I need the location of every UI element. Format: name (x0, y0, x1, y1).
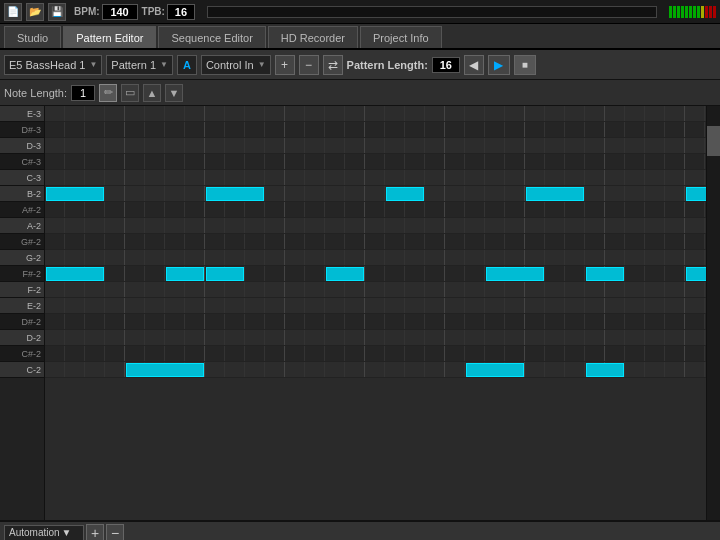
control-dropdown[interactable]: Control In ▼ (201, 55, 271, 75)
grid-cell[interactable] (625, 362, 645, 377)
grid-cell[interactable] (65, 362, 85, 377)
grid-cell[interactable] (565, 218, 585, 233)
grid-cell[interactable] (165, 330, 185, 345)
grid-cell[interactable] (145, 122, 165, 137)
grid-cell[interactable] (105, 186, 125, 201)
piano-key-E-3[interactable]: E-3 (0, 106, 44, 122)
grid-row[interactable] (45, 218, 706, 234)
grid-cell[interactable] (705, 234, 706, 249)
grid-cell[interactable] (285, 154, 305, 169)
grid-cell[interactable] (285, 250, 305, 265)
grid-cell[interactable] (545, 170, 565, 185)
automation-dropdown[interactable]: Automation ▼ (4, 525, 84, 541)
grid-cell[interactable] (145, 170, 165, 185)
grid-cell[interactable] (365, 106, 385, 121)
grid-cell[interactable] (685, 346, 705, 361)
grid-cell[interactable] (285, 170, 305, 185)
grid-cell[interactable] (125, 250, 145, 265)
grid-cell[interactable] (365, 346, 385, 361)
grid-cell[interactable] (125, 346, 145, 361)
grid-cell[interactable] (705, 250, 706, 265)
grid-cell[interactable] (385, 330, 405, 345)
grid-cell[interactable] (65, 346, 85, 361)
grid-cell[interactable] (505, 346, 525, 361)
grid-cell[interactable] (365, 266, 385, 281)
grid-cell[interactable] (505, 282, 525, 297)
piano-key-D-3[interactable]: D-3 (0, 138, 44, 154)
grid-cell[interactable] (505, 250, 525, 265)
grid-cell[interactable] (565, 298, 585, 313)
grid-cell[interactable] (285, 234, 305, 249)
grid-cell[interactable] (285, 362, 305, 377)
grid-cell[interactable] (245, 330, 265, 345)
grid-row[interactable] (45, 122, 706, 138)
grid-cell[interactable] (265, 298, 285, 313)
grid-cell[interactable] (625, 218, 645, 233)
add-pattern-btn[interactable]: + (275, 55, 295, 75)
grid-cell[interactable] (105, 250, 125, 265)
grid-cell[interactable] (45, 282, 65, 297)
grid-cell[interactable] (605, 282, 625, 297)
grid-cell[interactable] (305, 122, 325, 137)
grid-cell[interactable] (245, 218, 265, 233)
grid-cell[interactable] (185, 330, 205, 345)
grid-cell[interactable] (365, 138, 385, 153)
grid-cell[interactable] (625, 346, 645, 361)
grid-cell[interactable] (165, 122, 185, 137)
grid-row[interactable] (45, 170, 706, 186)
grid-cell[interactable] (45, 170, 65, 185)
grid-cell[interactable] (365, 250, 385, 265)
grid-cell[interactable] (345, 202, 365, 217)
grid-cell[interactable] (625, 314, 645, 329)
grid-cell[interactable] (225, 122, 245, 137)
grid-cell[interactable] (565, 346, 585, 361)
grid-cell[interactable] (165, 186, 185, 201)
tab-sequence-editor[interactable]: Sequence Editor (158, 26, 265, 48)
grid-cell[interactable] (705, 122, 706, 137)
grid-cell[interactable] (565, 154, 585, 169)
grid-cell[interactable] (685, 298, 705, 313)
grid-cell[interactable] (565, 282, 585, 297)
grid-cell[interactable] (445, 106, 465, 121)
grid-cell[interactable] (665, 186, 685, 201)
grid-cell[interactable] (405, 298, 425, 313)
grid-cell[interactable] (325, 282, 345, 297)
grid-cell[interactable] (85, 234, 105, 249)
grid-cell[interactable] (165, 106, 185, 121)
grid-cell[interactable] (365, 218, 385, 233)
grid-cell[interactable] (45, 362, 65, 377)
grid-cell[interactable] (285, 218, 305, 233)
grid-cell[interactable] (85, 362, 105, 377)
piano-key-F#-2[interactable]: F#-2 (0, 266, 44, 282)
grid-cell[interactable] (325, 218, 345, 233)
grid-cell[interactable] (605, 346, 625, 361)
grid-cell[interactable] (645, 170, 665, 185)
grid-cell[interactable] (225, 362, 245, 377)
grid-cell[interactable] (445, 234, 465, 249)
save-icon[interactable]: 💾 (48, 3, 66, 21)
grid-cell[interactable] (185, 250, 205, 265)
grid-cell[interactable] (265, 234, 285, 249)
grid-cell[interactable] (325, 250, 345, 265)
grid-cell[interactable] (565, 314, 585, 329)
grid-cell[interactable] (105, 122, 125, 137)
grid-cell[interactable] (405, 250, 425, 265)
grid-cell[interactable] (365, 170, 385, 185)
grid-cell[interactable] (445, 314, 465, 329)
piano-key-D-2[interactable]: D-2 (0, 330, 44, 346)
grid-cell[interactable] (385, 314, 405, 329)
grid-cell[interactable] (225, 218, 245, 233)
grid-cell[interactable] (145, 314, 165, 329)
piano-key-E-2[interactable]: E-2 (0, 298, 44, 314)
note-block[interactable] (206, 267, 244, 281)
grid-cell[interactable] (265, 154, 285, 169)
grid-cell[interactable] (525, 122, 545, 137)
grid-cell[interactable] (505, 154, 525, 169)
grid-cell[interactable] (385, 234, 405, 249)
grid-cell[interactable] (145, 138, 165, 153)
grid-cell[interactable] (445, 266, 465, 281)
grid-cell[interactable] (125, 186, 145, 201)
grid-cell[interactable] (525, 234, 545, 249)
grid-cell[interactable] (265, 250, 285, 265)
grid-cell[interactable] (605, 186, 625, 201)
